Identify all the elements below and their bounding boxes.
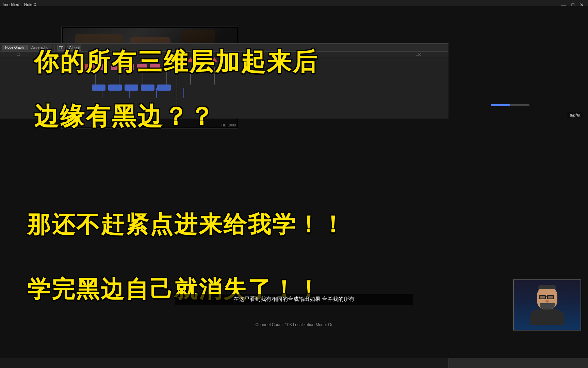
timeline-tabs: Node Graph Curve Edito xyxy=(2,45,51,50)
node-graph-svg xyxy=(0,57,448,119)
alpha-indicator: alpha xyxy=(567,112,583,118)
tf-dropdown[interactable]: TF xyxy=(57,45,65,51)
mix-slider[interactable] xyxy=(491,104,529,106)
svg-marker-26 xyxy=(211,57,218,62)
node-block-4[interactable] xyxy=(124,64,134,70)
node-block-11[interactable] xyxy=(157,85,171,91)
hd-label: HD_1080 xyxy=(222,123,236,127)
tab-curve-editor[interactable]: Curve Edito xyxy=(27,45,51,50)
svg-marker-24 xyxy=(163,57,170,62)
node-block-9[interactable] xyxy=(125,85,138,91)
svg-marker-21 xyxy=(92,57,99,62)
tab-node-graph[interactable]: Node Graph xyxy=(2,45,27,50)
node-row-2 xyxy=(92,85,171,91)
mix-slider-fill xyxy=(491,104,510,106)
node-graph-area xyxy=(0,57,448,119)
node-block-5[interactable] xyxy=(137,64,147,70)
node-block-6[interactable] xyxy=(150,64,160,70)
global-dropdown[interactable]: Global xyxy=(67,45,81,51)
overlay-text-line4: 学完黑边自己就消失了！！ xyxy=(27,275,321,303)
timeline-toolbar: Node Graph Curve Edito TF Global xyxy=(0,44,448,52)
node-block-1[interactable] xyxy=(85,64,95,70)
node-block-7[interactable] xyxy=(92,85,105,91)
svg-marker-23 xyxy=(140,57,146,62)
node-block-2[interactable] xyxy=(98,64,108,70)
content-area: viewer1 rgba.alpha RGB sRGB A Merge12 B … xyxy=(0,18,588,368)
app-window: [modified] - NukeX — □ ✕ Workspace View … xyxy=(0,0,588,368)
node-block-10[interactable] xyxy=(141,85,154,91)
bottom-status-text: Channel Count: 103 Localization Mode: Or xyxy=(192,322,396,327)
alpha-section: alpha xyxy=(451,108,587,129)
viewer-area: viewer1 rgba.alpha RGB sRGB A Merge12 B … xyxy=(0,18,448,368)
node-block-3[interactable] xyxy=(111,64,121,70)
node-block-8[interactable] xyxy=(108,85,122,91)
svg-marker-27 xyxy=(174,57,180,61)
timeline-sep xyxy=(54,45,54,51)
svg-marker-25 xyxy=(187,57,194,62)
timeline-ruler: 10 100 xyxy=(0,52,448,57)
node-row-1 xyxy=(85,64,160,70)
subtitle-text: 在这里看到我有相同的合成输出如果 合并我的所有 xyxy=(175,294,413,305)
svg-marker-22 xyxy=(116,57,122,62)
overlay-text-line3: 那还不赶紧点进来给我学！！ xyxy=(27,211,346,239)
timeline-area: Node Graph Curve Edito TF Global 10 100 xyxy=(0,43,448,118)
